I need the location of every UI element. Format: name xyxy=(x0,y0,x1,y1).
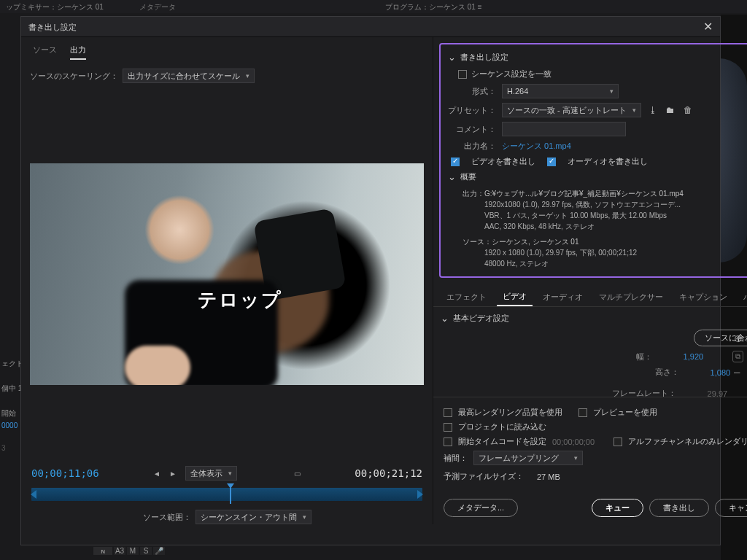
source-range-select[interactable]: シーケンスイン・アウト間 xyxy=(196,510,311,524)
height-value[interactable]: 1,080 xyxy=(686,368,730,377)
source-range-label: ソース範囲： xyxy=(143,512,191,523)
format-select[interactable]: H.264 xyxy=(502,84,619,98)
comment-label: コメント： xyxy=(448,124,496,135)
export-video-label: ビデオを書き出し xyxy=(471,156,535,167)
basic-video-header[interactable]: 基本ビデオ設定 xyxy=(441,313,747,324)
tab-video[interactable]: ビデオ xyxy=(497,288,533,306)
alpha-only-checkbox[interactable] xyxy=(614,438,622,446)
width-value[interactable]: 1,920 xyxy=(659,352,703,361)
fit-select[interactable]: 全体表示 xyxy=(185,466,237,481)
queue-button[interactable]: キュー xyxy=(592,499,643,517)
close-icon[interactable]: ✕ xyxy=(703,17,713,37)
timecode-current[interactable]: 00;00;11;06 xyxy=(31,467,99,479)
interpolation-label: 補間： xyxy=(444,453,468,464)
match-sequence-label: シーケンス設定を一致 xyxy=(471,69,551,79)
step-fwd-icon[interactable]: ► xyxy=(169,470,177,478)
bg-mixer-tab[interactable]: ップミキサー：シーケンス 01 xyxy=(6,3,104,11)
preset-label: プリセット： xyxy=(448,105,496,116)
comment-input[interactable] xyxy=(502,122,626,136)
fps-label: フレームレート： xyxy=(612,388,676,397)
tab-publish[interactable]: パブ xyxy=(738,289,747,306)
preview-monitor[interactable]: テロップ xyxy=(30,163,424,385)
summary-output: 出力：G:¥ウェブサ...ル¥ブログ記事¥_補足動画¥シーケンス 01.mp4 … xyxy=(462,188,747,269)
playhead-icon[interactable] xyxy=(227,483,234,489)
delete-preset-icon[interactable]: 🗑 xyxy=(682,104,694,116)
start-tc-checkbox[interactable] xyxy=(444,438,452,446)
dialog-title: 書き出し設定 xyxy=(28,17,77,37)
bg-metadata-tab[interactable]: メタデータ xyxy=(139,3,176,11)
bg-program-tab[interactable]: プログラム：シーケンス 01 ≡ xyxy=(379,0,635,13)
interpolation-select[interactable]: フレームサンプリング xyxy=(473,451,583,465)
output-name-label: 出力名： xyxy=(448,141,496,152)
cancel-button[interactable]: キャンセル xyxy=(715,499,747,517)
tab-effects[interactable]: エフェクト xyxy=(441,289,492,306)
match-sequence-checkbox[interactable] xyxy=(458,70,467,79)
aspect-icon[interactable]: ▭ xyxy=(294,470,301,478)
export-audio-checkbox[interactable] xyxy=(547,158,556,166)
tab-audio[interactable]: オーディオ xyxy=(537,289,589,306)
use-preview-checkbox[interactable] xyxy=(578,408,587,417)
output-name-link[interactable]: シーケンス 01.mp4 xyxy=(502,141,571,152)
use-preview-label: プレビューを使用 xyxy=(593,407,657,418)
format-label: 形式： xyxy=(448,86,496,97)
import-project-label: プロジェクトに読み込む xyxy=(458,421,546,432)
summary-header[interactable]: 概要 xyxy=(448,171,747,182)
scaling-select[interactable]: 出力サイズに合わせてスケール xyxy=(123,69,255,83)
alpha-only-label: アルファチャンネルのみレンダリング xyxy=(628,436,747,447)
export-settings-dialog: 書き出し設定 ✕ ソース 出力 ソースのスケーリング： 出力サイズに合わせてスケ… xyxy=(20,16,721,545)
scaling-label: ソースのスケーリング： xyxy=(30,71,118,82)
preset-select[interactable]: ソースの一致 - 高速ビットレート xyxy=(502,103,641,117)
estimated-size-value: 27 MB xyxy=(537,472,560,481)
timecode-duration: 00;00;21;12 xyxy=(355,467,422,479)
start-tc-value: 00;00;00;00 xyxy=(552,438,595,446)
tab-caption[interactable]: キャプション xyxy=(673,289,733,306)
height-label: 高さ： xyxy=(655,367,679,378)
metadata-button[interactable]: メタデータ... xyxy=(444,499,518,517)
max-quality-label: 最高レンダリング品質を使用 xyxy=(458,407,562,418)
width-label: 幅： xyxy=(636,351,652,362)
match-source-button[interactable]: ソースに合わせる xyxy=(694,330,747,346)
import-preset-icon[interactable]: 🖿 xyxy=(665,104,676,116)
tab-source[interactable]: ソース xyxy=(33,44,57,60)
estimated-size-label: 予測ファイルサイズ： xyxy=(444,471,524,482)
fps-value[interactable]: 29.97 xyxy=(684,389,727,397)
save-preset-icon[interactable]: ⭳ xyxy=(647,104,659,116)
tab-mux[interactable]: マルチプレクサー xyxy=(593,289,669,306)
tab-output[interactable]: 出力 xyxy=(70,44,86,60)
link-dimensions-icon[interactable]: ⧉ xyxy=(732,351,743,362)
range-slider[interactable] xyxy=(31,488,422,501)
export-button[interactable]: 書き出し xyxy=(649,499,709,517)
export-audio-label: オーディオを書き出し xyxy=(568,156,648,167)
export-settings-header[interactable]: 書き出し設定 xyxy=(448,52,747,63)
import-project-checkbox[interactable] xyxy=(444,423,452,432)
step-back-icon[interactable]: ◄ xyxy=(153,470,160,478)
preview-telop-text: テロップ xyxy=(198,287,282,313)
export-settings-section: 書き出し設定 シーケンス設定を一致 形式： H.264 プリセット： ソースの一… xyxy=(439,43,747,278)
export-video-checkbox[interactable] xyxy=(451,158,460,166)
max-quality-checkbox[interactable] xyxy=(444,408,452,417)
start-tc-label: 開始タイムコードを設定 xyxy=(458,436,546,447)
